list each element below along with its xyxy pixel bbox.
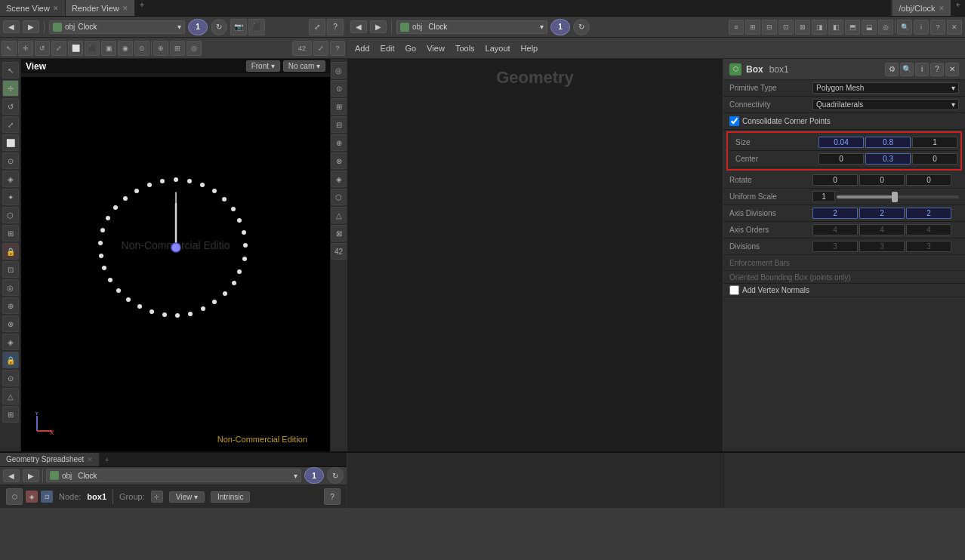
rt-11[interactable]: 42	[331, 243, 347, 260]
slider-thumb[interactable]	[892, 192, 898, 202]
tool-move[interactable]: ✛	[2, 80, 19, 97]
rt-7[interactable]: ◈	[331, 171, 347, 187]
select-tool[interactable]: ↖	[2, 41, 17, 56]
tool-scale[interactable]: ⤢	[2, 116, 19, 133]
grid-icon[interactable]: ⊞	[170, 41, 185, 56]
tool-7[interactable]: ◈	[2, 171, 19, 187]
rt-4[interactable]: ⊟	[331, 116, 347, 133]
obj-selector-right[interactable]: obj Clock ▾	[396, 20, 547, 34]
size-y-input[interactable]	[865, 137, 911, 148]
center-z-input[interactable]	[912, 153, 957, 165]
view-dropdown-bottom[interactable]: View ▾	[169, 491, 205, 503]
display-4[interactable]: ◉	[118, 41, 133, 56]
tool-11[interactable]: ⊡	[2, 261, 19, 278]
gs-tab-close[interactable]: ✕	[87, 456, 93, 463]
geometry-spreadsheet-tab[interactable]: Geometry Spreadsheet ✕	[0, 453, 100, 466]
axis-div-x[interactable]	[812, 208, 858, 219]
divisions-x[interactable]	[812, 241, 858, 252]
tool-16[interactable]: 🔒	[2, 352, 19, 368]
tool-12[interactable]: ◎	[2, 279, 19, 296]
vis-icon[interactable]: ◎	[187, 41, 202, 56]
primitive-type-dropdown[interactable]: Polygon Mesh ▾	[812, 82, 959, 94]
rt-icon-5[interactable]: ⊠	[795, 20, 810, 35]
tab-render-view[interactable]: Render View ✕	[66, 0, 135, 16]
loop-btn-right[interactable]: ↻	[573, 19, 590, 35]
rt-icon-9[interactable]: ⬓	[862, 20, 877, 35]
tool-6[interactable]: ⊙	[2, 152, 19, 169]
rotate-z-input[interactable]	[906, 174, 951, 186]
tool-select[interactable]: ↖	[2, 62, 19, 78]
uniform-scale-input[interactable]	[812, 191, 835, 202]
gs-tab-add[interactable]: +	[100, 455, 113, 464]
consolidate-checkbox[interactable]	[729, 116, 739, 126]
ng-add[interactable]: Add	[350, 42, 375, 54]
props-info-btn[interactable]: i	[915, 63, 929, 76]
tool-8[interactable]: ✦	[2, 189, 19, 205]
rt-help[interactable]: ?	[930, 20, 945, 35]
help-btn-left[interactable]: ?	[327, 19, 344, 35]
tab-scene-view[interactable]: Scene View ✕	[0, 0, 66, 16]
gs-loop-btn[interactable]: ↻	[327, 467, 344, 484]
obj-selector-left[interactable]: obj Clock ▾	[49, 20, 185, 34]
axis-orders-z[interactable]	[906, 224, 951, 235]
rt-1[interactable]: ◎	[331, 62, 347, 78]
props-gear-btn[interactable]: ⚙	[885, 63, 899, 76]
ng-tools[interactable]: Tools	[451, 42, 479, 54]
rt-2[interactable]: ⊙	[331, 80, 347, 97]
nav-back-btn[interactable]: ◀	[3, 20, 20, 33]
ng-edit[interactable]: Edit	[376, 42, 399, 54]
gs-path-selector[interactable]: obj Clock ▾	[46, 469, 301, 482]
panel-maximize-btn[interactable]: ⤢	[309, 19, 325, 35]
rt-5[interactable]: ⊕	[331, 134, 347, 151]
tool-lock[interactable]: 🔒	[2, 243, 19, 260]
rt-10[interactable]: ⊠	[331, 225, 347, 242]
gs-help-btn[interactable]: ?	[324, 488, 341, 505]
props-zoom-btn[interactable]: 🔍	[900, 63, 914, 76]
ng-view[interactable]: View	[422, 42, 449, 54]
divisions-z[interactable]	[906, 241, 951, 252]
tab-obj-clock[interactable]: /obj/Clock ✕	[893, 0, 951, 16]
props-help-btn[interactable]: ?	[930, 63, 944, 76]
tool-5[interactable]: ⬜	[2, 134, 19, 151]
rt-3[interactable]: ⊞	[331, 98, 347, 115]
center-x-input[interactable]	[819, 153, 864, 165]
tool-19[interactable]: ⊞	[2, 406, 19, 423]
rt-9[interactable]: △	[331, 207, 347, 223]
rotate-x-input[interactable]	[812, 174, 858, 186]
rt-info[interactable]: i	[914, 20, 929, 35]
rt-6[interactable]: ⊗	[331, 152, 347, 169]
ng-layout[interactable]: Layout	[481, 42, 515, 54]
num-display[interactable]: 42	[292, 41, 312, 56]
cam-icon[interactable]: 📷	[230, 19, 247, 35]
gs-back-btn[interactable]: ◀	[3, 469, 20, 482]
rt-icon-10[interactable]: ◎	[878, 20, 893, 35]
help-vp[interactable]: ?	[330, 41, 345, 56]
snap-icon[interactable]: ⊕	[153, 41, 168, 56]
ng-help[interactable]: Help	[516, 42, 543, 54]
props-close-btn[interactable]: ✕	[945, 63, 959, 76]
tab-scene-view-close[interactable]: ✕	[53, 5, 59, 12]
connectivity-value[interactable]: Quadrilaterals ▾	[812, 99, 959, 110]
move-tool[interactable]: ✛	[18, 41, 33, 56]
tab-obj-clock-close[interactable]: ✕	[939, 5, 945, 12]
render-icon[interactable]: ⬛	[248, 19, 265, 35]
rotate-y-input[interactable]	[859, 174, 905, 186]
rt-settings[interactable]: ✕	[947, 20, 962, 35]
display-3[interactable]: ▣	[101, 41, 116, 56]
tool-14[interactable]: ⊗	[2, 315, 19, 332]
tool-rotate[interactable]: ↺	[2, 98, 19, 115]
nav-forward-btn-right[interactable]: ▶	[370, 20, 387, 33]
add-vertex-checkbox[interactable]	[729, 285, 739, 295]
rt-icon-4[interactable]: ⊡	[778, 20, 794, 35]
center-y-input[interactable]	[865, 153, 911, 165]
tool-17[interactable]: ⊙	[2, 370, 19, 386]
rt-zoom[interactable]: 🔍	[897, 20, 912, 35]
loop-btn-left[interactable]: ↻	[211, 19, 227, 35]
nav-back-btn-right[interactable]: ◀	[350, 20, 367, 33]
rt-icon-8[interactable]: ⬒	[845, 20, 860, 35]
size-x-input[interactable]	[819, 137, 864, 148]
display-2[interactable]: ⬛	[85, 41, 100, 56]
axis-orders-y[interactable]	[859, 224, 905, 235]
display-1[interactable]: ⬜	[68, 41, 83, 56]
axis-div-z[interactable]	[906, 208, 951, 219]
